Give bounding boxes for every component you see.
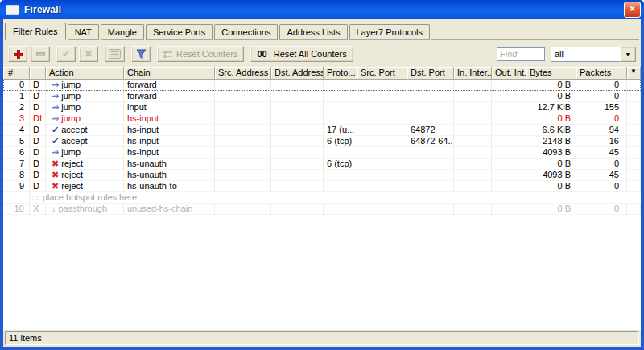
remove-button[interactable]: [31, 46, 50, 62]
column-header[interactable]: Dst. Port: [407, 67, 454, 80]
jump-icon: ⇝: [52, 114, 59, 123]
add-button[interactable]: [8, 46, 27, 62]
tab-mangle[interactable]: Mangle: [101, 24, 144, 40]
column-header[interactable]: Out. Int...: [492, 67, 526, 80]
cell-bytes: 4093 B: [526, 147, 576, 159]
cell-in-interface: [454, 147, 492, 159]
cell-dst-port: [407, 170, 454, 181]
table-body: 0D⇝jumpforward0 B01D⇝jumpforward0 B02D⇝j…: [3, 80, 641, 330]
filter-combo-value[interactable]: all: [551, 47, 620, 62]
cell-protocol: [324, 181, 357, 192]
action-label: jump: [61, 113, 80, 124]
filter-button[interactable]: [131, 46, 151, 62]
cell-chain: hs-input: [124, 136, 215, 147]
reset-all-counters-button[interactable]: 00 Reset All Counters: [250, 46, 353, 62]
comment-button[interactable]: [105, 46, 125, 62]
title-bar[interactable]: Firewall ×: [0, 0, 644, 19]
column-header[interactable]: Action: [46, 67, 124, 80]
action-label: jump: [61, 91, 80, 101]
cell-src-port: [357, 159, 407, 170]
window-body: Filter Rules NAT Mangle Service Ports Co…: [0, 19, 644, 347]
reject-icon: ✖: [52, 159, 59, 168]
table-row[interactable]: 6D⇝jumphs-input4093 B45: [3, 147, 641, 159]
table-row[interactable]: 4D✔accepths-input17 (u...648726.6 KiB94: [3, 125, 641, 136]
table-row[interactable]: 3DI⇝jumphs-input0 B0: [3, 113, 641, 125]
tab-service-ports[interactable]: Service Ports: [146, 24, 213, 40]
cell-number: 7: [3, 159, 30, 170]
column-header[interactable]: Proto...: [324, 67, 357, 80]
cell-dst-address: [271, 102, 324, 113]
disable-button[interactable]: ✖: [79, 46, 98, 62]
cell-filler: [627, 159, 641, 170]
cell-dst-port: 64872-64...: [407, 136, 454, 147]
find-input[interactable]: [497, 47, 545, 61]
cell-src-address: [215, 80, 271, 91]
cell-packets: 0: [576, 91, 627, 102]
tab-nat[interactable]: NAT: [68, 24, 99, 40]
column-header[interactable]: Chain: [124, 67, 215, 80]
cell-out-interface: [492, 170, 526, 181]
tab-strip: Filter Rules NAT Mangle Service Ports Co…: [3, 19, 641, 40]
jump-icon: ⇝: [52, 103, 59, 112]
column-header[interactable]: Bytes: [526, 67, 576, 80]
cell-num: [3, 192, 30, 204]
cell-number: 9: [3, 181, 30, 192]
column-header[interactable]: In. Inter...: [454, 67, 492, 80]
tab-layer7-protocols[interactable]: Layer7 Protocols: [349, 24, 431, 40]
table-row[interactable]: 7D✖rejecths-unauth6 (tcp)0 B0: [3, 159, 641, 170]
column-selector-icon[interactable]: ▼: [627, 67, 641, 80]
cell-action: ✔accept: [46, 136, 124, 147]
table-row[interactable]: 9D✖rejecths-unauth-to0 B0: [3, 181, 641, 192]
table-row[interactable]: 8D✖rejecths-unauth4093 B45: [3, 170, 641, 181]
comment-row[interactable]: ;;;place hotspot rules here: [3, 192, 641, 204]
combo-dropdown-button[interactable]: ▼: [620, 47, 636, 62]
zero-zero-icon: 00: [257, 49, 266, 59]
cell-src-port: [357, 80, 407, 91]
cell-protocol: [324, 170, 357, 181]
close-button[interactable]: ×: [624, 2, 641, 18]
comment-icon: [109, 49, 121, 59]
enable-button[interactable]: ✔: [56, 46, 76, 62]
cell-chain: input: [124, 102, 215, 113]
cell-src-port: [357, 91, 407, 102]
cell-dst-address: [271, 204, 324, 215]
table-row[interactable]: 1D⇝jumpforward0 B0: [3, 91, 641, 102]
cell-protocol: [324, 102, 357, 113]
reset-counters-button[interactable]: Reset Counters: [157, 46, 244, 62]
comment-marker-icon: ;;;: [31, 192, 39, 203]
column-header[interactable]: #: [3, 67, 30, 80]
cell-number: 3: [3, 113, 30, 125]
cell-filler: [627, 125, 641, 136]
cell-action: ✖reject: [46, 181, 124, 192]
table-row[interactable]: 0D⇝jumpforward0 B0: [3, 80, 641, 91]
cell-filler: [627, 181, 641, 192]
column-header[interactable]: Dst. Address: [271, 67, 324, 80]
cell-dst-port: [407, 204, 454, 215]
cell-number: 4: [3, 125, 30, 136]
column-header[interactable]: Src. Address: [215, 67, 271, 80]
table-row[interactable]: 5D✔accepths-input6 (tcp)64872-64...2148 …: [3, 136, 641, 147]
tab-address-lists[interactable]: Address Lists: [279, 24, 347, 40]
cell-src-address: [215, 147, 271, 159]
tab-filter-rules[interactable]: Filter Rules: [5, 23, 66, 40]
cell-protocol: [324, 91, 357, 102]
filter-combo[interactable]: all ▼: [551, 47, 636, 62]
cell-number: 1: [3, 91, 30, 102]
cell-src-address: [215, 181, 271, 192]
cell-flags: X: [30, 204, 46, 215]
cell-number: 6: [3, 147, 30, 159]
cell-src-port: [357, 136, 407, 147]
column-header[interactable]: [30, 67, 46, 80]
table-row[interactable]: 10X↓passthroughunused-hs-chain0 B0: [3, 204, 641, 215]
cell-chain: hs-unauth: [124, 170, 215, 181]
cell-src-address: [215, 159, 271, 170]
cell-src-port: [357, 204, 407, 215]
tab-connections[interactable]: Connections: [214, 24, 278, 40]
cell-number: 2: [3, 102, 30, 113]
column-header[interactable]: Packets: [576, 67, 627, 80]
cell-protocol: 17 (u...: [324, 125, 357, 136]
cell-number: 0: [3, 80, 30, 91]
column-header[interactable]: Src. Port: [357, 67, 407, 80]
cell-action: ✖reject: [46, 170, 124, 181]
table-row[interactable]: 2D⇝jumpinput12.7 KiB155: [3, 102, 641, 113]
